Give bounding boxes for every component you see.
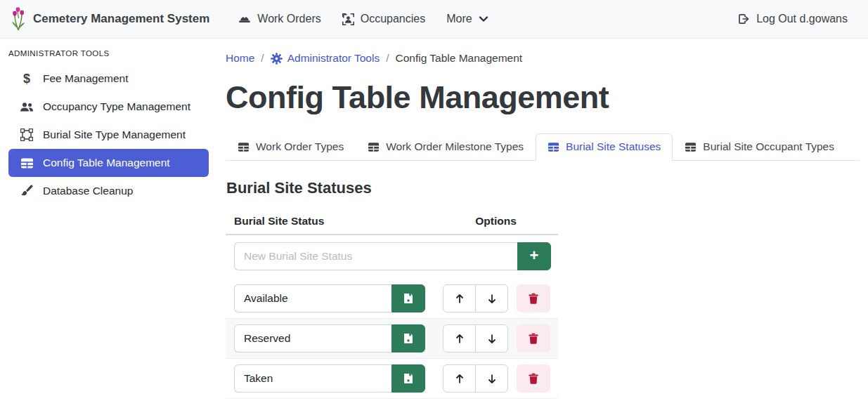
nav-more[interactable]: More <box>446 13 488 25</box>
table-row <box>226 359 558 399</box>
table-icon <box>548 142 559 152</box>
table-row <box>226 279 558 319</box>
tab-burial-site-statuses[interactable]: Burial Site Statuses <box>536 133 673 161</box>
nav-occupancies-label: Occupancies <box>361 13 426 25</box>
save-status-button[interactable] <box>391 324 425 353</box>
reorder-button-group <box>443 284 508 312</box>
table-header-row: Burial Site Status Options <box>226 210 558 235</box>
sidebar: ADMINISTRATOR TOOLS $ Fee Management Occ… <box>0 39 217 415</box>
sidebar-item-database-cleanup[interactable]: Database Cleanup <box>8 177 209 205</box>
bounding-box-icon <box>20 128 34 142</box>
trash-icon <box>529 373 538 384</box>
move-down-button[interactable] <box>475 324 508 353</box>
new-status-row: + <box>226 235 558 279</box>
breadcrumb-separator: / <box>261 52 264 65</box>
tab-bar: Work Order Types Work Order Milestone Ty… <box>226 133 860 161</box>
move-down-button[interactable] <box>475 364 508 393</box>
breadcrumb: Home / <box>226 49 860 67</box>
top-navbar: Cemetery Management System Work Orders O <box>0 0 868 39</box>
status-input[interactable] <box>234 364 391 393</box>
sidebar-item-label: Occupancy Type Management <box>43 100 190 113</box>
config-table: Burial Site Status Options + <box>226 210 558 399</box>
table-icon <box>238 142 250 152</box>
nav-more-label: More <box>446 13 472 25</box>
brand[interactable]: Cemetery Management System <box>10 7 209 31</box>
tab-work-order-milestone-types[interactable]: Work Order Milestone Types <box>356 133 536 161</box>
sidebar-section-header: ADMINISTRATOR TOOLS <box>0 43 217 65</box>
breadcrumb-admin-tools-link[interactable]: Administrator Tools <box>271 52 380 65</box>
sidebar-item-label: Fee Management <box>43 72 129 85</box>
brush-icon <box>20 184 34 198</box>
people-icon <box>20 100 34 114</box>
table-row <box>226 319 558 359</box>
save-status-button[interactable] <box>391 364 425 393</box>
sidebar-item-config-table-management[interactable]: Config Table Management <box>8 149 209 177</box>
delete-status-button[interactable] <box>517 324 550 353</box>
page-layout: ADMINISTRATOR TOOLS $ Fee Management Occ… <box>0 39 868 415</box>
tab-label: Work Order Milestone Types <box>386 140 524 153</box>
page-title: Config Table Management <box>226 79 860 117</box>
sidebar-item-label: Burial Site Type Management <box>43 129 186 141</box>
logout-button[interactable]: Log Out d.gowans <box>738 13 848 25</box>
table-icon <box>368 142 380 152</box>
reorder-button-group <box>443 364 508 393</box>
nav-occupancies[interactable]: Occupancies <box>342 13 426 25</box>
save-status-button[interactable] <box>391 284 425 312</box>
new-status-input[interactable] <box>234 242 517 270</box>
app-title: Cemetery Management System <box>33 12 209 26</box>
breadcrumb-home-link[interactable]: Home <box>226 52 254 65</box>
nav-work-orders-label: Work Orders <box>257 13 320 25</box>
box-arrow-right-icon <box>738 13 750 25</box>
chevron-down-icon <box>479 15 488 22</box>
move-up-button[interactable] <box>443 364 476 393</box>
column-header-options: Options <box>434 210 558 234</box>
sidebar-item-label: Config Table Management <box>43 157 170 169</box>
trash-icon <box>529 293 538 304</box>
sidebar-item-occupancy-type-management[interactable]: Occupancy Type Management <box>8 93 209 121</box>
table-icon <box>20 156 34 170</box>
add-status-button[interactable]: + <box>517 242 551 270</box>
sidebar-item-label: Database Cleanup <box>43 185 133 197</box>
logout-label: Log Out d.gowans <box>756 13 848 25</box>
table-icon <box>685 142 697 152</box>
person-bounding-box-icon <box>342 13 354 25</box>
save-icon <box>403 293 414 304</box>
sidebar-item-burial-site-type-management[interactable]: Burial Site Type Management <box>8 121 209 149</box>
section-heading: Burial Site Statuses <box>226 179 860 197</box>
move-up-button[interactable] <box>443 284 476 312</box>
tab-label: Burial Site Statuses <box>566 140 661 153</box>
tulip-logo-icon <box>10 7 27 31</box>
reorder-button-group <box>443 324 508 353</box>
tab-burial-site-occupant-types[interactable]: Burial Site Occupant Types <box>673 133 846 161</box>
status-input[interactable] <box>234 284 391 312</box>
breadcrumb-current: Config Table Management <box>396 52 523 65</box>
tab-label: Burial Site Occupant Types <box>703 140 834 153</box>
delete-status-button[interactable] <box>517 284 550 312</box>
tab-label: Work Order Types <box>256 140 344 153</box>
breadcrumb-separator: / <box>386 52 389 65</box>
plus-icon: + <box>530 248 539 263</box>
save-icon <box>403 373 414 384</box>
main-content: Home / <box>217 39 868 415</box>
move-up-button[interactable] <box>443 324 476 353</box>
nav-work-orders[interactable]: Work Orders <box>238 13 320 25</box>
save-icon <box>403 333 414 344</box>
hard-hat-icon <box>238 13 251 25</box>
tab-work-order-types[interactable]: Work Order Types <box>226 133 356 161</box>
gear-icon <box>271 53 283 65</box>
dollar-icon: $ <box>20 72 34 86</box>
column-header-status: Burial Site Status <box>226 210 434 234</box>
move-down-button[interactable] <box>475 284 508 312</box>
delete-status-button[interactable] <box>517 364 550 393</box>
trash-icon <box>529 333 538 344</box>
sidebar-item-fee-management[interactable]: $ Fee Management <box>8 65 209 93</box>
status-input[interactable] <box>234 324 391 353</box>
